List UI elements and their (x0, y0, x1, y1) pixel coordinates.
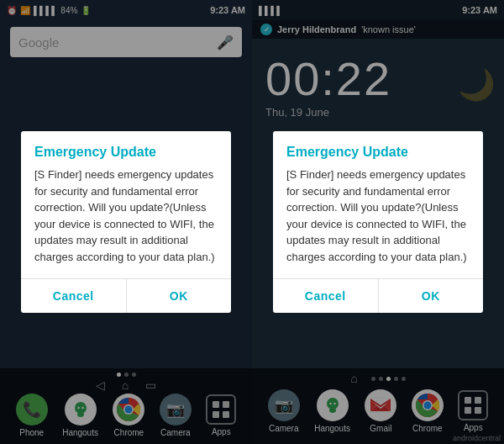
phone-left: ⏰ 📶 ▌▌▌▌ 84% 🔋 9:23 AM Google 🎤 Emergenc… (0, 0, 252, 444)
ok-button-left[interactable]: OK (127, 279, 232, 313)
dialog-buttons-right: Cancel OK (273, 278, 483, 313)
dialog-body-left: [S Finder] needs emergency updates for s… (21, 166, 231, 278)
dialog-overlay-left: Emergency Update [S Finder] needs emerge… (0, 0, 252, 444)
dialog-title-right: Emergency Update (273, 131, 483, 166)
cancel-button-right[interactable]: Cancel (273, 279, 379, 313)
emergency-dialog-right: Emergency Update [S Finder] needs emerge… (273, 131, 483, 313)
dialog-buttons-left: Cancel OK (21, 278, 231, 313)
emergency-dialog-left: Emergency Update [S Finder] needs emerge… (21, 131, 231, 313)
dialog-title-left: Emergency Update (21, 131, 231, 166)
dialog-overlay-right: Emergency Update [S Finder] needs emerge… (252, 0, 504, 444)
cancel-button-left[interactable]: Cancel (21, 279, 127, 313)
dialog-body-right: [S Finder] needs emergency updates for s… (273, 166, 483, 278)
ok-button-right[interactable]: OK (379, 279, 484, 313)
phone-right: ▌▌▌▌ 9:23 AM ✓ Jerry Hildenbrand 'known … (252, 0, 504, 444)
